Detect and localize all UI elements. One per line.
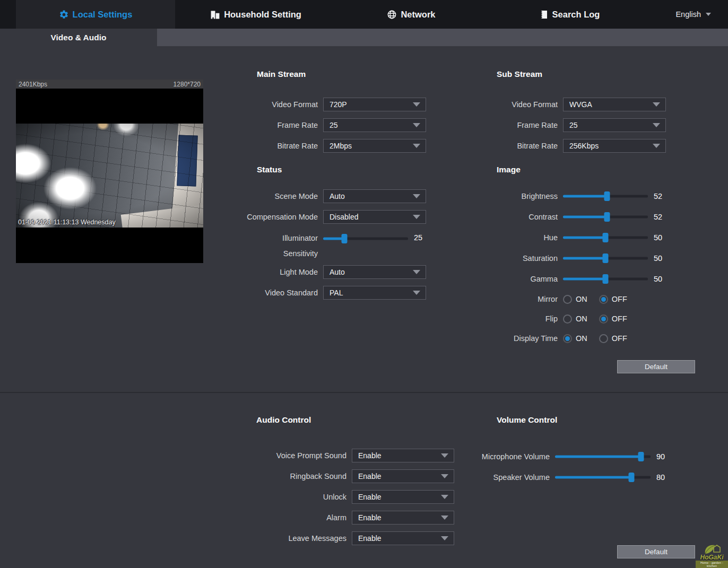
chevron-down-icon (653, 102, 660, 107)
ringback-sound-select[interactable]: Enable (352, 469, 454, 483)
brightness-slider[interactable] (563, 191, 648, 201)
microphone-volume-row: Microphone Volume 90 (452, 450, 685, 464)
main-frame-rate-select[interactable]: 25 (323, 118, 426, 132)
slider-fill (563, 195, 607, 198)
volume-control-title: Volume Control (497, 415, 685, 425)
unlock-select[interactable]: Enable (352, 490, 454, 504)
main-video-format-select[interactable]: 720P (323, 98, 426, 111)
gamma-slider[interactable] (563, 274, 648, 284)
flip-on-radio[interactable] (563, 314, 572, 324)
speaker-volume-row: Speaker Volume 80 (452, 470, 685, 484)
unlock-label: Unlock (251, 493, 352, 501)
slider-thumb[interactable] (603, 233, 609, 242)
chevron-down-icon (413, 102, 420, 107)
form-row: Scene Mode Auto (222, 189, 435, 203)
language-selector[interactable]: English (675, 0, 711, 29)
saturation-slider[interactable] (563, 254, 648, 263)
chevron-down-icon (413, 215, 420, 219)
volume-default-button[interactable]: Default (617, 545, 695, 558)
nav-tab-household-setting[interactable]: Household Setting (187, 0, 325, 29)
nav-tab-network[interactable]: Network (348, 0, 475, 29)
video-standard-select[interactable]: PAL (323, 286, 426, 300)
hue-row: Hue 50 (462, 231, 690, 244)
slider-thumb[interactable] (603, 274, 609, 284)
sub-frame-rate-select[interactable]: 25 (563, 118, 666, 132)
gamma-value: 50 (654, 275, 662, 283)
chevron-down-icon (441, 474, 448, 478)
slider-thumb[interactable] (629, 473, 635, 482)
voice-prompt-sound-value: Enable (358, 451, 382, 460)
alarm-select[interactable]: Enable (352, 511, 454, 525)
contrast-slider[interactable] (563, 212, 648, 222)
display-time-label: Display Time (462, 334, 563, 343)
ringback-sound-value: Enable (358, 472, 382, 480)
slider-thumb[interactable] (603, 254, 609, 263)
microphone-volume-slider[interactable] (555, 452, 651, 461)
chevron-down-icon (413, 123, 420, 127)
alarm-value: Enable (358, 513, 382, 522)
main-frame-rate-value: 25 (330, 121, 338, 129)
sub-bitrate-value: 256Kbps (569, 142, 599, 150)
sub-stream-title: Sub Stream (497, 69, 685, 79)
sub-video-format-select[interactable]: WVGA (563, 98, 666, 111)
compensation-mode-value: Disabled (330, 213, 358, 221)
nav-label-local-settings: Local Settings (73, 10, 133, 20)
alarm-label: Alarm (251, 513, 352, 522)
scene-mode-select[interactable]: Auto (323, 189, 426, 203)
status-title: Status (257, 165, 435, 174)
slider-thumb[interactable] (342, 234, 348, 243)
slider-thumb[interactable] (604, 212, 610, 222)
sub-bitrate-select[interactable]: 256Kbps (563, 139, 666, 153)
flip-off-radio[interactable] (599, 314, 608, 324)
light-mode-select[interactable]: Auto (323, 265, 426, 279)
watermark-tagline: Home - garden - kitchen (696, 561, 728, 568)
compensation-mode-select[interactable]: Disabled (323, 210, 426, 224)
nav-tab-local-settings[interactable]: Local Settings (16, 0, 175, 29)
display-time-off-radio[interactable] (599, 334, 608, 343)
voice-prompt-sound-select[interactable]: Enable (352, 449, 454, 462)
slider-thumb[interactable] (638, 452, 644, 461)
display-time-on-radio[interactable] (563, 334, 572, 343)
chevron-down-icon (706, 13, 711, 16)
form-row: Video Format 720P (222, 98, 435, 111)
tab-video-audio[interactable]: Video & Audio (0, 29, 157, 46)
resolution-overlay: 1280*720 (174, 81, 201, 88)
saturation-value: 50 (654, 254, 662, 263)
contrast-value: 52 (654, 213, 662, 221)
globe-icon (387, 10, 397, 20)
chevron-down-icon (413, 194, 420, 198)
nav-label-search-log: Search Log (552, 10, 600, 20)
nav-tab-search-log[interactable]: Search Log (503, 0, 636, 29)
main-bitrate-select[interactable]: 2Mbps (323, 139, 426, 153)
slider-fill (563, 257, 605, 260)
illuminator-sensitivity-slider[interactable] (323, 234, 408, 243)
microphone-volume-value: 90 (656, 452, 665, 461)
mirror-off-radio[interactable] (599, 295, 608, 304)
chevron-down-icon (413, 270, 420, 274)
mirror-label: Mirror (462, 295, 563, 303)
form-row: Light Mode Auto (222, 265, 435, 279)
gear-icon (59, 10, 69, 20)
video-standard-value: PAL (330, 289, 343, 297)
main-stream-section: Main Stream Video Format 720P Frame Rate… (222, 69, 435, 160)
chevron-down-icon (653, 144, 660, 148)
leave-messages-select[interactable]: Enable (352, 531, 454, 545)
log-icon (539, 10, 549, 20)
nav-label-network: Network (401, 10, 435, 20)
frame-rate-label: Frame Rate (222, 121, 323, 129)
hue-value: 50 (654, 233, 662, 242)
app-window: Local Settings Household Setting Network… (0, 0, 728, 568)
brightness-row: Brightness 52 (462, 189, 690, 203)
sub-stream-section: Sub Stream Video Format WVGA Frame Rate … (462, 69, 685, 160)
chevron-down-icon (653, 123, 660, 127)
mirror-on-radio[interactable] (563, 295, 572, 304)
hue-slider[interactable] (563, 233, 648, 242)
form-row: Video Format WVGA (462, 98, 685, 111)
speaker-volume-slider[interactable] (555, 473, 651, 482)
slider-thumb[interactable] (604, 191, 610, 201)
image-section: Image Brightness 52 Contrast 52 Hue 50 S… (462, 165, 690, 352)
slider-fill (563, 237, 605, 239)
form-row: Frame Rate 25 (222, 118, 435, 132)
image-default-button[interactable]: Default (617, 360, 695, 373)
language-label: English (675, 10, 701, 19)
